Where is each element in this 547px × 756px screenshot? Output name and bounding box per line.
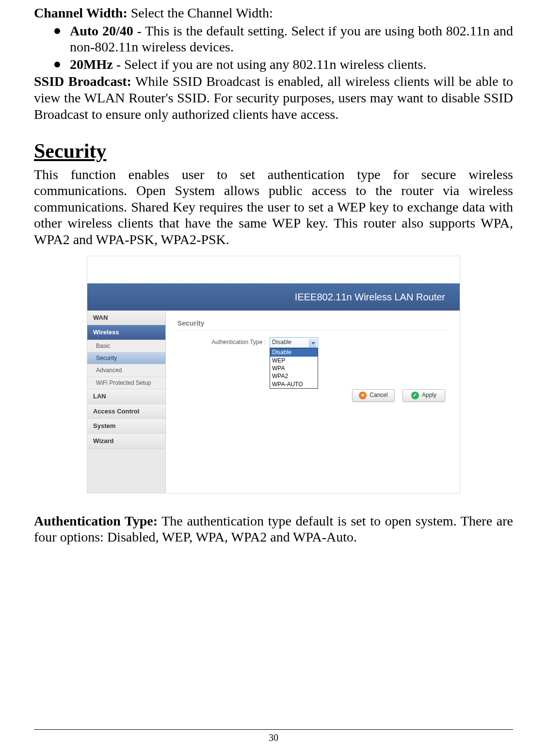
channel-width-desc: Select the Channel Width: — [128, 5, 273, 20]
auth-type-para: Authentication Type: The authentication … — [34, 513, 513, 545]
auth-type-select[interactable]: Disable — [270, 337, 318, 348]
sidebar-lan[interactable]: LAN — [87, 389, 165, 404]
channel-width-label: Channel Width: — [34, 5, 128, 20]
option-wpa-auto[interactable]: WPA-AUTO — [270, 380, 318, 388]
cancel-label: Cancel — [370, 392, 387, 398]
auth-type-label: Authentication Type : — [177, 337, 270, 345]
option-wep[interactable]: WEP — [270, 357, 318, 364]
sidebar-wizard[interactable]: Wizard — [87, 434, 165, 449]
security-paragraph: This function enables user to set authen… — [34, 166, 513, 248]
ssid-broadcast-label: SSID Broadcast: — [34, 74, 131, 89]
security-heading: Security — [34, 139, 513, 163]
page-number: 30 — [269, 732, 278, 743]
option-wpa2[interactable]: WPA2 — [270, 372, 318, 380]
twenty-desc: - Select if you are not using any 802.11… — [113, 57, 427, 72]
chevron-down-icon[interactable] — [309, 339, 317, 347]
router-main-panel: Security Authentication Type : Disable D… — [166, 311, 460, 493]
auth-type-dropdown[interactable]: Disable WEP WPA WPA2 WPA-AUTO — [270, 348, 318, 389]
bullet-20mhz: 20MHz - Select if you are not using any … — [52, 56, 513, 73]
router-screenshot: IEEE802.11n Wireless LAN Router WAN Wire… — [87, 256, 460, 493]
router-header: IEEE802.11n Wireless LAN Router — [87, 283, 460, 311]
cancel-icon — [359, 392, 367, 399]
sidebar-basic[interactable]: Basic — [87, 340, 165, 352]
auth-type-selected-value: Disable — [272, 339, 291, 345]
apply-label: Apply — [422, 392, 436, 398]
sidebar-system[interactable]: System — [87, 419, 165, 434]
option-wpa[interactable]: WPA — [270, 364, 318, 372]
panel-title: Security — [177, 319, 448, 331]
channel-width-intro: Channel Width: Select the Channel Width: — [34, 5, 513, 21]
bullet-auto2040: Auto 20/40 - This is the default setting… — [52, 23, 513, 55]
auto2040-label: Auto 20/40 — [70, 23, 133, 38]
twenty-label: 20MHz — [70, 57, 113, 72]
ssid-broadcast-para: SSID Broadcast: While SSID Broadcast is … — [34, 73, 513, 122]
sidebar-advanced[interactable]: Advanced — [87, 364, 165, 377]
cancel-button[interactable]: Cancel — [352, 389, 395, 402]
router-topgap — [87, 256, 460, 283]
auto2040-desc: - This is the default setting. Select if… — [70, 23, 513, 55]
apply-button[interactable]: Apply — [402, 389, 445, 402]
sidebar-wan[interactable]: WAN — [87, 311, 165, 326]
auth-type-select-wrap[interactable]: Disable Disable WEP WPA WPA2 WPA-AUTO — [270, 337, 318, 348]
apply-icon — [411, 392, 419, 399]
sidebar-security[interactable]: Security — [87, 352, 165, 364]
option-disable[interactable]: Disable — [270, 348, 318, 356]
router-sidebar: WAN Wireless Basic Security Advanced WiF… — [87, 311, 166, 493]
sidebar-wps[interactable]: WiFi Protected Setup — [87, 377, 165, 389]
sidebar-access-control[interactable]: Access Control — [87, 404, 165, 419]
sidebar-wireless[interactable]: Wireless — [87, 325, 165, 340]
auth-type-label-text: Authentication Type: — [34, 513, 158, 528]
page-footer: 30 — [34, 729, 513, 743]
